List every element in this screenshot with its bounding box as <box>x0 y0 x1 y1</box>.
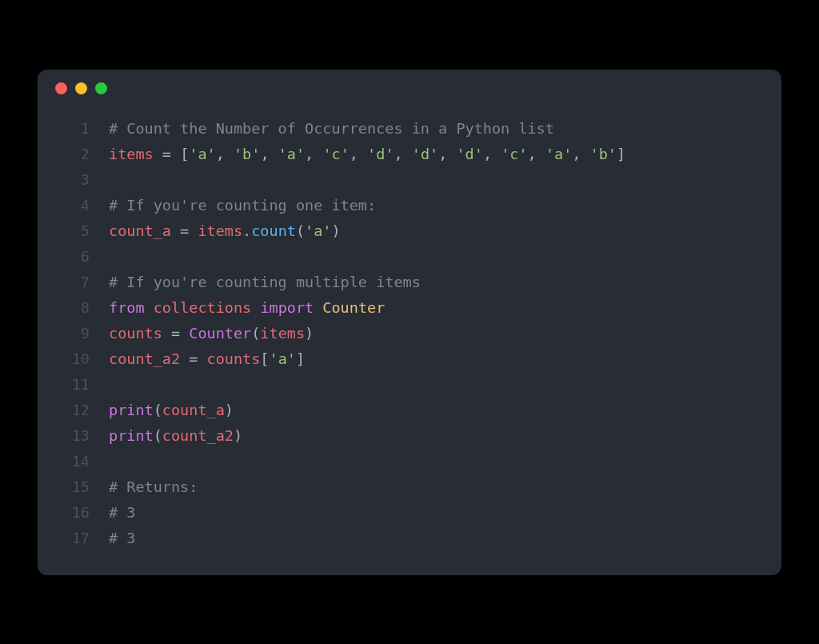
token: , <box>438 146 456 162</box>
token: count_a <box>162 402 225 418</box>
token: ) <box>332 222 341 239</box>
code-content[interactable]: counts = Counter(items) <box>90 321 314 346</box>
code-line[interactable]: 15# Returns: <box>54 474 757 500</box>
code-content[interactable]: items = ['a', 'b', 'a', 'c', 'd', 'd', '… <box>90 142 625 167</box>
token: = <box>180 222 189 239</box>
line-number: 11 <box>54 372 90 398</box>
minimize-icon[interactable] <box>75 82 87 94</box>
code-line[interactable]: 14 <box>54 449 757 474</box>
token <box>251 299 260 316</box>
code-line[interactable]: 6 <box>54 244 757 270</box>
token: items <box>260 325 305 342</box>
token: 'd' <box>456 146 482 162</box>
token: # Returns: <box>109 478 198 495</box>
line-number: 4 <box>54 193 90 218</box>
code-content[interactable]: count_a2 = counts['a'] <box>90 346 305 372</box>
code-content[interactable]: # 3 <box>90 526 135 551</box>
line-number: 7 <box>54 270 90 295</box>
token: ( <box>296 222 305 239</box>
code-line[interactable]: 2items = ['a', 'b', 'a', 'c', 'd', 'd', … <box>54 142 757 167</box>
code-line[interactable]: 9counts = Counter(items) <box>54 321 757 346</box>
token <box>171 222 180 239</box>
code-line[interactable]: 16# 3 <box>54 500 757 526</box>
token: , <box>394 146 412 162</box>
code-line[interactable]: 8from collections import Counter <box>54 295 757 321</box>
token: count <box>251 222 296 239</box>
token: [ <box>180 146 189 162</box>
token: 'c' <box>501 146 527 162</box>
code-content[interactable] <box>90 244 118 270</box>
code-content[interactable]: print(count_a) <box>90 398 234 423</box>
code-line[interactable]: 13print(count_a2) <box>54 423 757 449</box>
token: print <box>109 427 154 444</box>
token: = <box>162 146 171 162</box>
token: ( <box>154 427 162 444</box>
maximize-icon[interactable] <box>95 82 107 94</box>
token <box>180 325 189 342</box>
token: 'a' <box>278 146 305 162</box>
code-content[interactable]: # Count the Number of Occurrences in a P… <box>90 116 554 142</box>
code-content[interactable] <box>90 372 118 398</box>
code-content[interactable]: # Returns: <box>90 474 198 500</box>
token: 'a' <box>189 146 215 162</box>
token: counts <box>207 350 261 367</box>
code-line[interactable]: 11 <box>54 372 757 398</box>
code-line[interactable]: 1# Count the Number of Occurrences in a … <box>54 116 757 142</box>
code-line[interactable]: 10count_a2 = counts['a'] <box>54 346 757 372</box>
token: items <box>198 222 242 239</box>
token: # If you're counting one item: <box>109 197 376 214</box>
token: 'c' <box>322 146 349 162</box>
code-line[interactable]: 5count_a = items.count('a') <box>54 218 757 244</box>
code-window: 1# Count the Number of Occurrences in a … <box>38 70 781 575</box>
token: 'a' <box>545 146 572 162</box>
line-number: 5 <box>54 218 90 244</box>
token <box>171 146 180 162</box>
code-content[interactable]: # 3 <box>90 500 135 526</box>
token: , <box>528 146 545 162</box>
code-line[interactable]: 17# 3 <box>54 526 757 551</box>
token: . <box>242 222 251 239</box>
code-line[interactable]: 3 <box>54 167 757 193</box>
token: 'd' <box>367 146 394 162</box>
line-number: 3 <box>54 167 90 193</box>
code-content[interactable]: # If you're counting one item: <box>90 193 376 218</box>
token: [ <box>260 350 269 367</box>
code-content[interactable]: # If you're counting multiple items <box>90 270 421 295</box>
code-line[interactable]: 4# If you're counting one item: <box>54 193 757 218</box>
token: , <box>483 146 501 162</box>
token <box>162 325 171 342</box>
token: 'a' <box>270 350 296 367</box>
close-icon[interactable] <box>55 82 67 94</box>
token: ] <box>617 146 625 162</box>
token: 'b' <box>234 146 260 162</box>
line-number: 14 <box>54 449 90 474</box>
token: , <box>572 146 589 162</box>
token <box>314 299 322 316</box>
token: # Count the Number of Occurrences in a P… <box>109 120 554 137</box>
code-line[interactable]: 7# If you're counting multiple items <box>54 270 757 295</box>
line-number: 10 <box>54 346 90 372</box>
line-number: 8 <box>54 295 90 321</box>
token: , <box>216 146 234 162</box>
token: = <box>171 325 180 342</box>
token: 'd' <box>412 146 438 162</box>
line-number: 12 <box>54 398 90 423</box>
line-number: 16 <box>54 500 90 526</box>
code-editor[interactable]: 1# Count the Number of Occurrences in a … <box>38 108 781 551</box>
code-content[interactable]: from collections import Counter <box>90 295 385 321</box>
token: ( <box>154 402 162 418</box>
token <box>154 146 162 162</box>
token: ] <box>296 350 305 367</box>
code-content[interactable] <box>90 449 118 474</box>
token: counts <box>109 325 162 342</box>
token <box>180 350 189 367</box>
token: , <box>350 146 367 162</box>
line-number: 15 <box>54 474 90 500</box>
code-content[interactable] <box>90 167 118 193</box>
code-line[interactable]: 12print(count_a) <box>54 398 757 423</box>
token: # 3 <box>109 530 135 546</box>
token: count_a2 <box>162 427 234 444</box>
token: from <box>109 299 145 316</box>
code-content[interactable]: print(count_a2) <box>90 423 242 449</box>
code-content[interactable]: count_a = items.count('a') <box>90 218 341 244</box>
